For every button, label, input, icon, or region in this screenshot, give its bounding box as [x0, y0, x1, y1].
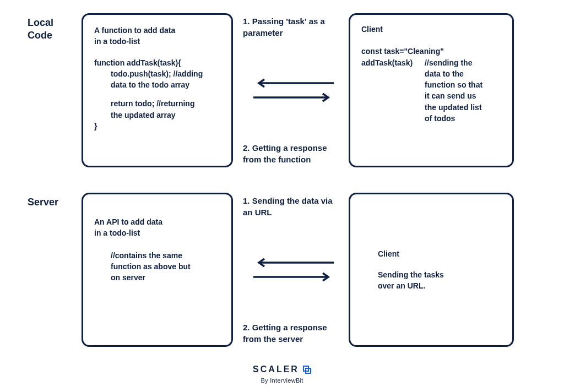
- code-line3: data to the todo array: [111, 79, 220, 90]
- client2-body1: Sending the tasks: [378, 269, 501, 280]
- row2-middle: 1. Sending the data via an URL 2. Gettin…: [233, 193, 349, 347]
- client1-call: addTask(task): [361, 57, 413, 124]
- code-line5: the updated array: [111, 110, 220, 121]
- arrow-right-icon: [252, 273, 335, 281]
- row2-label-text: Server: [28, 196, 61, 209]
- row1-label: Local Code: [0, 13, 61, 167]
- row1-mid-top1: 1. Passing 'task' as a: [243, 15, 344, 27]
- client-box-2: Client Sending the tasks over an URL.: [349, 193, 514, 347]
- row2-mid-bot: 2. Getting a response from the server: [243, 322, 344, 345]
- footer: SCALER By InterviewBit: [0, 363, 564, 385]
- client1-c2: data to the: [425, 68, 501, 79]
- row2-mid-bot2: from the server: [243, 333, 344, 345]
- client1-c6: of todos: [425, 113, 501, 124]
- client1-c4: it can send us: [425, 90, 501, 101]
- code-line4: return todo; //returning: [111, 98, 220, 109]
- server-desc2: in a todo-list: [94, 227, 220, 238]
- server-row: Server An API to add data in a todo-list…: [0, 193, 564, 347]
- spacer: [378, 259, 501, 269]
- row2-mid-top2: an URL: [243, 206, 344, 218]
- spacer: [94, 239, 220, 250]
- server-body2: function as above but: [111, 261, 220, 272]
- row2-mid-top: 1. Sending the data via an URL: [243, 195, 344, 218]
- footer-brand-text: SCALER: [253, 363, 299, 375]
- client-box-1: Client const task="Cleaning" addTask(tas…: [349, 13, 514, 167]
- local-code-desc2: in a todo-list: [94, 36, 220, 47]
- server-body: //contains the same function as above bu…: [94, 250, 220, 284]
- spacer: [94, 90, 220, 98]
- row2-arrows: [243, 258, 344, 281]
- client1-line2-row: addTask(task) //sending the data to the …: [361, 57, 501, 124]
- row2-mid-top1: 1. Sending the data via: [243, 195, 344, 206]
- client1-title: Client: [361, 24, 501, 35]
- row2-label: Server: [0, 193, 61, 347]
- row1-middle: 1. Passing 'task' as a parameter 2. Gett…: [233, 13, 349, 167]
- row1-mid-bot1: 2. Getting a response: [243, 142, 344, 154]
- local-code-desc1: A function to add data: [94, 25, 220, 36]
- client1-c5: the updated list: [425, 102, 501, 113]
- row1-mid-top: 1. Passing 'task' as a parameter: [243, 15, 344, 39]
- spacer: [361, 35, 501, 46]
- local-code-desc: A function to add data in a todo-list: [94, 25, 220, 47]
- arrow-left-icon: [252, 79, 335, 88]
- arrow-right-icon: [252, 93, 335, 102]
- client1-line1: const task="Cleaning": [361, 46, 501, 57]
- server-desc1: An API to add data: [94, 216, 220, 227]
- code-line2: todo.push(task); //adding: [111, 68, 220, 79]
- code-block-return: return todo; //returning the updated arr…: [94, 98, 220, 121]
- server-body3: on server: [111, 272, 220, 283]
- row1-label-line2: Code: [28, 29, 61, 42]
- local-code-row: Local Code A function to add data in a t…: [0, 13, 564, 167]
- server-body1: //contains the same: [111, 250, 220, 261]
- client2-body2: over an URL.: [378, 280, 501, 291]
- client1-comment: //sending the data to the function so th…: [413, 57, 501, 124]
- client1-c3: function so that: [425, 79, 501, 90]
- row1-mid-bot2: from the function: [243, 154, 344, 165]
- row1-mid-bot: 2. Getting a response from the function: [243, 142, 344, 165]
- client1-c1: //sending the: [425, 57, 501, 68]
- code-block-push: todo.push(task); //adding data to the to…: [94, 68, 220, 91]
- row1-arrows: [243, 79, 344, 102]
- row1-mid-top2: parameter: [243, 27, 344, 39]
- footer-brand: SCALER: [253, 363, 311, 375]
- code-line6: }: [94, 121, 220, 132]
- client2-title: Client: [378, 248, 501, 259]
- code-line1: function addTask(task){: [94, 57, 220, 68]
- local-code-box: A function to add data in a todo-list fu…: [82, 13, 233, 167]
- row2-mid-bot1: 2. Getting a response: [243, 322, 344, 333]
- footer-sub: By InterviewBit: [0, 377, 564, 385]
- server-box: An API to add data in a todo-list //cont…: [82, 193, 233, 347]
- arrow-left-icon: [252, 258, 335, 267]
- scaler-logo-icon: [302, 364, 311, 373]
- row1-label-line1: Local: [28, 17, 61, 29]
